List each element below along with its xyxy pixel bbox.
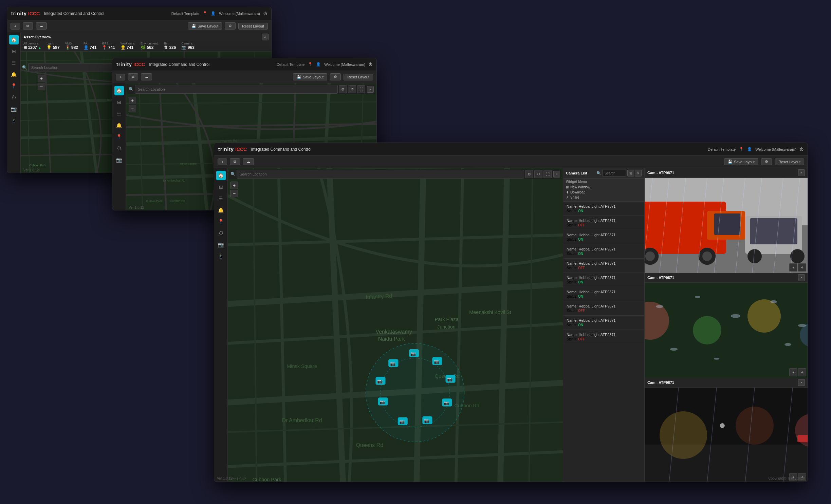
- sidebar-clock-3[interactable]: ⏱: [216, 228, 226, 238]
- sidebar-grid-1[interactable]: ⊞: [9, 46, 19, 56]
- sidebar-bell-2[interactable]: 🔔: [114, 120, 124, 130]
- power-icon-3[interactable]: ⏻: [800, 147, 804, 151]
- copy-btn-2[interactable]: ⧉: [128, 73, 138, 80]
- reset-layout-btn-1[interactable]: Reset Layout: [238, 23, 268, 30]
- user-label-3[interactable]: Welcome (Malleswaram): [755, 147, 796, 151]
- cam-view-btn-0[interactable]: ×: [798, 169, 805, 176]
- template-label-2[interactable]: Default Template: [277, 62, 304, 67]
- camera-item-8[interactable]: Name: Hebbal Light ATP9871 Status: ON: [563, 316, 644, 330]
- zoom-in-btn-1[interactable]: +: [38, 75, 45, 82]
- sidebar-list-1[interactable]: ☰: [9, 58, 19, 68]
- cloud-btn-2[interactable]: ☁: [141, 73, 152, 80]
- camera-search[interactable]: [602, 170, 626, 176]
- search-reset-btn-3[interactable]: ↺: [534, 170, 542, 178]
- zoom-in-btn-2[interactable]: +: [129, 97, 136, 104]
- cam-download-btn[interactable]: ⬇Download: [566, 190, 642, 195]
- search-expand-btn-2[interactable]: ⛶: [357, 85, 365, 93]
- sidebar-phone-3[interactable]: 📱: [216, 251, 226, 261]
- user-label-2[interactable]: Welcome (Malleswaram): [324, 62, 365, 67]
- cam-control-zoom-0[interactable]: ⊕: [789, 263, 797, 272]
- search-expand-btn-3[interactable]: ⛶: [543, 170, 552, 178]
- camera-item-1[interactable]: Name: Hebbal Light ATP9871 Status: OFF: [563, 216, 644, 230]
- camera-list-title: Camera List: [566, 171, 596, 175]
- power-icon-2[interactable]: ⏻: [369, 62, 372, 67]
- user-label-1[interactable]: Welcome (Malleswaram): [219, 12, 260, 16]
- cam-view-btn-2[interactable]: ×: [798, 379, 805, 386]
- svg-point-128: [747, 299, 781, 333]
- cloud-btn-3[interactable]: ☁: [243, 158, 254, 165]
- add-btn-2[interactable]: +: [116, 74, 125, 80]
- sidebar-bell-1[interactable]: 🔔: [9, 70, 19, 79]
- title-bar-3: trinity ICCC Integrated Command and Cont…: [214, 143, 808, 156]
- sidebar-grid-3[interactable]: ⊞: [216, 182, 226, 192]
- sidebar-grid-2[interactable]: ⊞: [114, 97, 124, 107]
- zoom-in-btn-3[interactable]: +: [230, 182, 238, 189]
- reset-layout-btn-3[interactable]: Reset Layout: [775, 158, 804, 165]
- add-btn-3[interactable]: +: [218, 158, 227, 165]
- sidebar-home-1[interactable]: 🏠: [9, 35, 19, 44]
- camera-item-5[interactable]: Name: Hebbal Light ATP9871 Status: ON: [563, 273, 644, 287]
- camera-item-2[interactable]: Name: Hebbal Light ATP9871 Status: ON: [563, 230, 644, 244]
- camera-item-7[interactable]: Name: Hebbal Light ATP9871 Status: OFF: [563, 301, 644, 316]
- sidebar-camera-2[interactable]: 📷: [114, 155, 124, 165]
- cam-new-window-btn[interactable]: ⊞New Window: [566, 185, 642, 190]
- save-layout-btn-2[interactable]: 💾Save Layout: [293, 73, 327, 80]
- zoom-out-btn-2[interactable]: −: [129, 105, 136, 112]
- search-input-3[interactable]: [237, 170, 524, 179]
- stat-pa-1: PA: 👤 741: [84, 42, 96, 50]
- search-settings-btn-3[interactable]: ⚙: [525, 170, 533, 178]
- cam-list-close-btn[interactable]: ×: [635, 170, 642, 176]
- template-label-3[interactable]: Default Template: [708, 147, 736, 151]
- save-layout-btn-3[interactable]: 💾Save Layout: [724, 158, 758, 165]
- search-input-2[interactable]: [135, 85, 338, 94]
- svg-text:Venkataswamy: Venkataswamy: [375, 329, 412, 335]
- sidebar-clock-2[interactable]: ⏱: [114, 144, 124, 153]
- sidebar-home-2[interactable]: 🏠: [114, 86, 124, 95]
- zoom-out-btn-3[interactable]: −: [230, 190, 238, 197]
- cam-control-move-0[interactable]: ✥: [798, 263, 806, 272]
- gear-btn-3[interactable]: ⚙: [761, 158, 772, 165]
- cam-control-move-1[interactable]: ✥: [798, 368, 806, 376]
- sidebar-pin-3[interactable]: 📍: [216, 217, 226, 226]
- cam-list-menu-btn[interactable]: ⊞: [627, 170, 634, 176]
- template-label-1[interactable]: Default Template: [171, 12, 199, 16]
- camera-item-0[interactable]: Name: Hebbal Light ATP9871 Status: ON: [563, 202, 644, 216]
- cam-control-zoom-1[interactable]: ⊕: [789, 368, 797, 376]
- asset-collapse-btn-1[interactable]: «: [262, 34, 269, 40]
- gear-icon-1[interactable]: ⚙: [225, 22, 236, 30]
- camera-item-3[interactable]: Name: Hebbal Light ATP9871 Status: ON: [563, 244, 644, 259]
- copy-btn-3[interactable]: ⧉: [230, 158, 240, 165]
- map-toggle-btn-3[interactable]: «: [553, 171, 560, 178]
- cam-view-btn-1[interactable]: ×: [798, 274, 805, 281]
- sidebar-list-2[interactable]: ☰: [114, 109, 124, 118]
- sidebar-clock-1[interactable]: ⏱: [9, 93, 19, 102]
- cam-share-btn[interactable]: ↗Share: [566, 195, 642, 200]
- add-widget-btn-1[interactable]: +: [11, 23, 20, 30]
- sidebar-pin-2[interactable]: 📍: [114, 132, 124, 142]
- search-settings-btn-2[interactable]: ⚙: [339, 85, 347, 93]
- logo-trinity: trinity: [11, 11, 27, 16]
- svg-text:Dr Ambedkar Rd: Dr Ambedkar Rd: [163, 179, 186, 182]
- power-icon-1[interactable]: ⏻: [263, 12, 267, 16]
- sidebar-pin-1[interactable]: 📍: [9, 81, 19, 91]
- copy-btn-1[interactable]: ⧉: [23, 22, 33, 30]
- title-actions-1: Default Template 📍 👤 Welcome (Malleswara…: [171, 11, 267, 16]
- sidebar-camera-1[interactable]: 📷: [9, 104, 19, 114]
- sidebar-camera-3[interactable]: 📷: [216, 240, 226, 249]
- sidebar-list-3[interactable]: ☰: [216, 194, 226, 203]
- cloud-btn-1[interactable]: ☁: [36, 22, 47, 30]
- camera-item-6[interactable]: Name: Hebbal Light ATP9871 Status: ON: [563, 287, 644, 301]
- camera-item-4[interactable]: Name: Hebbal Light ATP9871 Status: OFF: [563, 259, 644, 273]
- cam-view-title-0: Cam - ATP9871: [647, 171, 797, 175]
- search-reset-btn-2[interactable]: ↺: [348, 85, 356, 93]
- camera-item-9[interactable]: Name: Hebbal Light ATP9871 Status: OFF: [563, 330, 644, 344]
- map-svg-3: Infantry Rd Queens Rd Cubbon Rd Venkatas…: [228, 168, 563, 482]
- reset-layout-btn-2[interactable]: Reset Layout: [344, 74, 373, 80]
- save-layout-btn-1[interactable]: 💾 Save Layout: [188, 22, 222, 30]
- zoom-out-btn-1[interactable]: −: [38, 83, 45, 90]
- gear-btn-2[interactable]: ⚙: [330, 73, 341, 80]
- sidebar-home-3[interactable]: 🏠: [216, 171, 226, 180]
- sidebar-bell-3[interactable]: 🔔: [216, 205, 226, 215]
- sidebar-phone-1[interactable]: 📱: [9, 116, 19, 125]
- map-toggle-btn-2[interactable]: «: [367, 86, 374, 93]
